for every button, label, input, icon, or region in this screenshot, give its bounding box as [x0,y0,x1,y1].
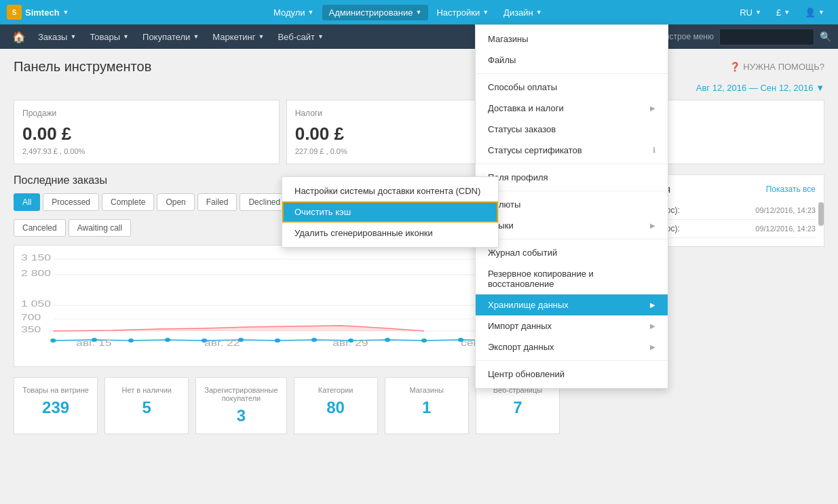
svg-point-19 [385,338,390,342]
menu-currencies[interactable]: Валюты [476,194,668,215]
menu-stores[interactable]: Магазины [476,28,668,50]
page-header: Панель инструментов ❓ НУЖНА ПОМОЩЬ? [14,59,824,75]
modules-chevron: ▼ [308,9,314,16]
stores-value: 1 [394,398,460,417]
tab-canceled[interactable]: Canceled [14,219,66,237]
clear-cache[interactable]: Очистить кэш [282,201,498,222]
menu-storage[interactable]: Хранилище данных ▶ [476,294,668,315]
menu-files[interactable]: Файлы [476,50,668,71]
svg-text:350: 350 [21,324,41,334]
menu-cert-status[interactable]: Статусы сертификатов ℹ [476,140,668,161]
help-link[interactable]: ❓ НУЖНА ПОМОЩЬ? [729,62,824,72]
user-menu[interactable]: 👤 ▼ [798,5,831,20]
language-selector[interactable]: RU ▼ [733,5,768,20]
import-arrow: ▶ [650,322,655,330]
svg-text:3 150: 3 150 [21,252,51,262]
date-range[interactable]: Авг 12, 2016 — Сен 12, 2016 ▼ [14,83,824,93]
svg-text:авг. 15: авг. 15 [76,338,112,347]
tab-failed[interactable]: Failed [197,193,237,211]
stats-row: Продажи 0.00 £ 2,497.93 £ , 0.00% Налоги… [14,100,824,164]
menu-backup[interactable]: Резервное копирование и восстановление [476,263,668,294]
top-nav-right: RU ▼ £ ▼ 👤 ▼ [733,5,831,20]
stat-buyers: Зарегистрированные покупатели 3 [195,377,286,434]
svg-text:2 800: 2 800 [21,268,51,277]
admin-chevron: ▼ [415,9,421,16]
divider-3 [476,191,668,191]
divider-4 [476,239,668,239]
oos-label: Нет в наличии [113,386,180,394]
stores-label: Магазины [394,386,460,394]
categories-label: Категории [303,386,369,394]
webpages-value: 7 [484,398,551,417]
second-navigation: 🏠 Заказы ▼ Товары ▼ Покупатели ▼ Маркети… [0,24,838,49]
orders-menu[interactable]: Заказы ▼ [31,29,83,45]
delivery-arrow: ▶ [650,104,655,112]
menu-profile-fields[interactable]: Поля профиля [476,167,668,188]
quick-search-input[interactable] [719,28,814,45]
tab-open[interactable]: Open [157,193,194,211]
admin-menu[interactable]: Администрирование ▼ [322,5,429,20]
svg-text:700: 700 [21,312,41,322]
svg-text:авг. 29: авг. 29 [332,338,368,347]
categories-value: 80 [303,398,369,417]
export-arrow: ▶ [650,343,655,351]
design-menu[interactable]: Дизайн ▼ [497,5,549,20]
event-time-1: 09/12/2016, 14:23 [755,225,816,233]
tab-complete[interactable]: Complete [102,193,154,211]
tab-awaiting[interactable]: Awaiting call [69,219,131,237]
delete-icons[interactable]: Удалить сгенерированные иконки [282,222,498,244]
scrollbar-track[interactable] [818,199,824,246]
sales-value: 0.00 £ [22,123,271,144]
menu-languages[interactable]: Языки ▶ [476,215,668,236]
chart-svg: 3 150 2 800 1 050 700 350 [21,252,552,347]
question-icon: ❓ [729,62,740,72]
top-nav-menus: Модули ▼ Администрирование ▼ Настройки ▼… [83,5,734,20]
svg-text:1 050: 1 050 [21,298,51,308]
show-all-link[interactable]: Показать все [766,185,816,194]
marketing-menu[interactable]: Маркетинг ▼ [206,29,271,45]
cdn-settings[interactable]: Настройки системы доставки контента (CDN… [282,180,498,201]
calendar-icon: ▼ [816,83,824,93]
stat-stores: Магазины 1 [385,377,469,434]
menu-order-status[interactable]: Статусы заказов [476,119,668,140]
sales-label: Продажи [22,109,271,118]
menu-updates[interactable]: Центр обновлений [476,364,668,385]
buyers-menu[interactable]: Покупатели ▼ [136,29,206,45]
tab-all[interactable]: All [14,193,40,211]
tab-processed[interactable]: Processed [43,193,99,211]
menu-import[interactable]: Импорт данных ▶ [476,315,668,336]
second-nav-right: Быстрое меню 🔍 [658,28,831,45]
scrollbar-thumb [818,202,824,226]
stat-showcase: Товары на витрине 239 [14,377,98,434]
menu-export[interactable]: Экспорт данных ▶ [476,336,668,357]
svg-point-16 [275,338,280,343]
goods-menu[interactable]: Товары ▼ [83,29,136,45]
sales-card: Продажи 0.00 £ 2,497.93 £ , 0.00% [14,100,280,164]
home-button[interactable]: 🏠 [7,28,31,46]
menu-delivery[interactable]: Доставка и налоги ▶ [476,98,668,119]
storage-submenu: Настройки системы доставки контента (CDN… [282,176,499,248]
svg-text:авг. 22: авг. 22 [204,338,240,347]
divider-1 [476,73,668,74]
website-menu[interactable]: Веб-сайт ▼ [271,29,330,45]
modules-menu[interactable]: Модули ▼ [267,5,321,20]
settings-menu[interactable]: Настройки ▼ [430,5,495,20]
search-icon: 🔍 [820,31,831,42]
svg-point-12 [128,338,134,343]
storage-arrow: ▶ [650,301,655,309]
settings-chevron: ▼ [482,9,489,16]
admin-dropdown: Магазины Файлы Способы оплаты Доставка и… [475,24,668,389]
page-title: Панель инструментов [14,59,151,75]
design-chevron: ▼ [536,9,542,16]
currency-selector[interactable]: £ ▼ [769,5,797,20]
sales-sub: 2,497.93 £ , 0.00% [22,147,271,155]
svg-point-10 [50,338,56,343]
user-icon: 👤 [805,7,816,18]
menu-payment[interactable]: Способы оплаты [476,77,668,98]
brand-name: Simtech [25,7,60,18]
svg-point-13 [165,338,170,342]
menu-events-log[interactable]: Журнал событий [476,242,668,263]
cert-info-icon: ℹ [653,146,655,155]
brand-logo[interactable]: S Simtech ▼ [7,5,69,20]
divider-5 [476,360,668,361]
